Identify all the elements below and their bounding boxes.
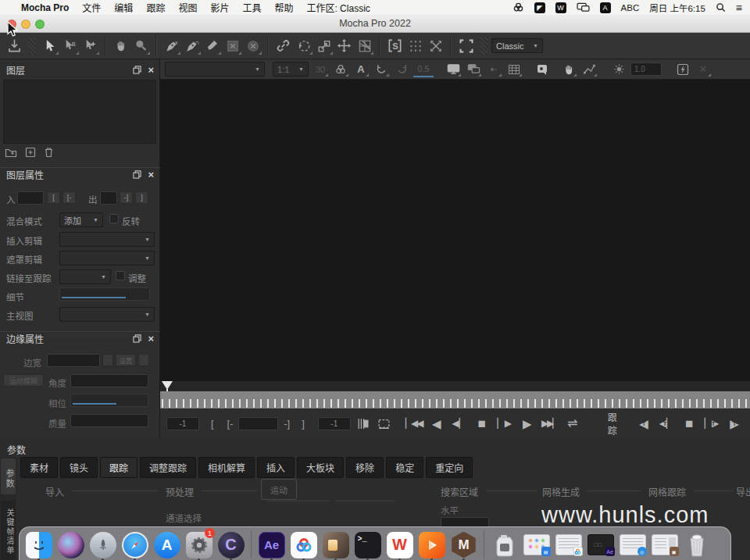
- stabilize-icon[interactable]: S: [385, 36, 405, 55]
- dock-lamp-app-icon[interactable]: [321, 530, 350, 559]
- link-layers-icon[interactable]: [273, 36, 293, 55]
- dock-mocha-icon[interactable]: M: [449, 530, 478, 559]
- tab-reorient[interactable]: 重定向: [426, 457, 473, 478]
- track-frame-fwd-button[interactable]: ▏▶T: [702, 419, 721, 428]
- expand-view-icon[interactable]: [426, 36, 445, 55]
- minimized-window-light[interactable]: ◎: [618, 530, 647, 559]
- layers-list[interactable]: [3, 80, 156, 144]
- dock-trash-icon[interactable]: [682, 530, 711, 559]
- xspline-pen-tool-icon[interactable]: x: [162, 36, 181, 55]
- loop-mode-button[interactable]: ⇌: [563, 417, 582, 430]
- track-stop-button[interactable]: ■: [680, 417, 698, 430]
- zoom-tool-icon[interactable]: [131, 36, 151, 55]
- undock-panel-icon[interactable]: [133, 170, 141, 179]
- rotate-ccw-icon[interactable]: [373, 62, 390, 77]
- brush-tool-icon[interactable]: [202, 36, 222, 55]
- tab-lens[interactable]: 镜头: [60, 457, 98, 478]
- play-button[interactable]: ▶: [518, 418, 537, 430]
- tab-camera-solve[interactable]: 相机解算: [198, 457, 255, 478]
- bracket-open-button[interactable]: [: [209, 418, 216, 430]
- stereo-view-icon[interactable]: [485, 62, 502, 77]
- mesh-warp-icon[interactable]: [355, 36, 374, 55]
- brightness-icon[interactable]: [610, 62, 627, 77]
- frame-rate-field[interactable]: 30: [312, 62, 329, 77]
- blend-mode-dropdown[interactable]: 添加▼: [59, 212, 103, 227]
- pan-tool-icon[interactable]: [111, 36, 130, 55]
- capture-menu-icon[interactable]: ◤: [534, 2, 545, 13]
- menu-tools[interactable]: 工具: [242, 1, 261, 14]
- menu-movie[interactable]: 影片: [210, 1, 229, 14]
- timeline-ruler[interactable]: [160, 391, 750, 408]
- menu-track[interactable]: 跟踪: [146, 1, 165, 14]
- in-frame-field[interactable]: -1: [166, 417, 199, 430]
- out-field[interactable]: [100, 191, 117, 205]
- invert-checkbox[interactable]: [109, 214, 119, 223]
- menu-edit[interactable]: 编辑: [114, 1, 133, 14]
- dock-color-rings-app-icon[interactable]: [289, 530, 318, 559]
- dock-siri-icon[interactable]: [56, 530, 85, 559]
- menubar-clock[interactable]: 周日 上午6:15: [649, 2, 705, 14]
- dock-system-preferences-icon[interactable]: 1: [184, 530, 213, 559]
- set-in-here-button[interactable]: [-: [62, 191, 76, 204]
- displays-menu-icon[interactable]: [577, 2, 590, 12]
- render-preview-icon[interactable]: [674, 62, 691, 77]
- tab-adjust-track[interactable]: 调整跟踪: [140, 457, 196, 478]
- set-out-button[interactable]: -]: [282, 418, 291, 430]
- current-frame-field[interactable]: -1: [318, 417, 351, 430]
- motion-blur-button[interactable]: 运动模糊: [3, 374, 44, 387]
- tab-clip[interactable]: 素材: [20, 457, 58, 478]
- workspace-dropdown[interactable]: Classic▼: [491, 38, 543, 53]
- goto-end-button[interactable]: ▶▶▏: [541, 419, 559, 428]
- dock-utility-app-icon[interactable]: [490, 530, 519, 559]
- undock-panel-icon[interactable]: [133, 66, 141, 74]
- view-selector-dropdown[interactable]: ▼: [165, 62, 265, 77]
- side-tab-parameters[interactable]: 参数: [1, 458, 16, 494]
- safe-zones-icon[interactable]: [505, 62, 523, 77]
- add-point-tool-icon[interactable]: [80, 36, 100, 55]
- adjust-checkbox[interactable]: [116, 271, 125, 280]
- overlay-opacity-field[interactable]: 0.5: [413, 62, 434, 77]
- edge-width-dec-button[interactable]: ·: [102, 354, 113, 366]
- gain-field[interactable]: 1.0: [630, 62, 662, 76]
- minimized-window-after-effects[interactable]: □□Ae: [586, 530, 615, 559]
- select-both-tool-icon[interactable]: B: [60, 36, 80, 55]
- set-in-button[interactable]: [-: [226, 418, 235, 430]
- select-tool-icon[interactable]: [40, 36, 59, 55]
- spotlight-search-icon[interactable]: [716, 2, 726, 12]
- minimized-window-grid[interactable]: ▤: [522, 530, 551, 559]
- spline-path-icon[interactable]: [580, 62, 598, 77]
- edge-width-inc-button[interactable]: ·: [138, 354, 149, 366]
- menu-file[interactable]: 文件: [82, 1, 101, 14]
- set-out-here-button[interactable]: -]: [120, 191, 133, 204]
- app-menu[interactable]: Mocha Pro: [21, 2, 69, 13]
- timeline-track[interactable]: [160, 381, 750, 391]
- undock-panel-icon[interactable]: [133, 334, 141, 343]
- track-frame-back-button[interactable]: ◀▏T: [657, 419, 676, 428]
- bspline-pen-tool-icon[interactable]: ∩: [182, 36, 202, 55]
- input-source-label[interactable]: ABC: [621, 3, 640, 12]
- clear-render-icon[interactable]: ✕: [695, 62, 712, 77]
- delete-layer-button[interactable]: [44, 147, 54, 158]
- tab-track[interactable]: 跟踪: [100, 457, 138, 478]
- colorsync-menu-icon[interactable]: [512, 2, 524, 13]
- side-tab-keyframes[interactable]: 关键帧清单: [1, 501, 16, 560]
- next-frame-button[interactable]: ▏▶: [495, 419, 514, 428]
- dock-safari-icon[interactable]: [120, 530, 149, 559]
- text-overlay-icon[interactable]: A: [352, 62, 370, 77]
- close-panel-icon[interactable]: ×: [148, 334, 154, 344]
- close-panel-icon[interactable]: ×: [148, 65, 154, 75]
- set-out-button[interactable]: ]: [135, 191, 148, 204]
- track-forwards-button[interactable]: ▶T: [725, 418, 744, 430]
- close-panel-icon[interactable]: ×: [148, 169, 154, 180]
- angle-field[interactable]: [70, 374, 148, 387]
- motion-button[interactable]: 运动: [261, 479, 297, 500]
- rect-xspline-tool-icon[interactable]: [223, 36, 242, 55]
- show-viewer-icon[interactable]: [445, 62, 462, 77]
- phase-slider[interactable]: [70, 394, 148, 407]
- tab-stabilize[interactable]: 稳定: [386, 457, 423, 478]
- ellipse-xspline-tool-icon[interactable]: [243, 36, 262, 55]
- dock-cinema4d-icon[interactable]: C: [216, 530, 245, 559]
- in-field[interactable]: [17, 191, 44, 205]
- set-in-button[interactable]: [: [47, 191, 60, 204]
- grid-overlay-icon[interactable]: [405, 36, 425, 55]
